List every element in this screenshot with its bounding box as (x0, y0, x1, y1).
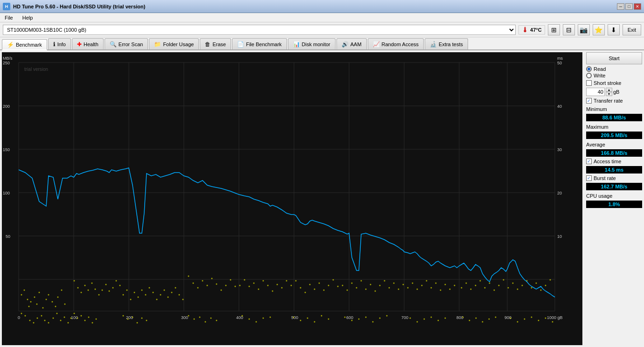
svg-point-192 (426, 280, 427, 282)
svg-point-133 (216, 320, 217, 321)
svg-point-204 (445, 318, 446, 319)
svg-point-113 (132, 317, 133, 318)
tab-disk-monitor[interactable]: 📊 Disk monitor (288, 38, 336, 49)
svg-point-224 (522, 285, 523, 286)
temperature-value: 47°C (530, 27, 542, 33)
svg-point-140 (267, 285, 269, 286)
svg-point-152 (300, 287, 301, 289)
write-radio[interactable] (586, 73, 592, 78)
svg-text:300: 300 (181, 315, 188, 320)
svg-point-163 (307, 318, 308, 319)
tab-erase-label: Erase (212, 42, 226, 47)
spinner-input[interactable] (586, 88, 605, 96)
burst-rate-checkbox[interactable]: ✓ (586, 175, 592, 181)
svg-text:150: 150 (3, 147, 10, 152)
maximum-label: Maximum (586, 124, 642, 130)
tab-file-benchmark[interactable]: 📄 File Benchmark (232, 38, 287, 49)
tab-erase[interactable]: 🗑 Erase (200, 38, 231, 49)
svg-point-145 (242, 315, 243, 317)
svg-point-178 (393, 283, 395, 284)
svg-point-211 (489, 283, 490, 284)
menu-help[interactable]: Help (21, 14, 35, 21)
short-stroke-item[interactable]: Short stroke (586, 80, 642, 86)
icon-btn-1[interactable]: ⊞ (548, 24, 560, 35)
read-radio[interactable] (586, 66, 592, 72)
svg-point-81 (102, 290, 103, 291)
tab-folder-usage[interactable]: 📁 Folder Usage (149, 38, 199, 49)
transfer-rate-checkbox[interactable]: ✓ (586, 98, 592, 104)
access-time-checkbox[interactable]: ✓ (586, 159, 592, 164)
read-radio-item[interactable]: Read (586, 66, 642, 72)
svg-point-93 (96, 319, 97, 320)
tab-health[interactable]: ✚ Health (72, 38, 104, 49)
tab-aam[interactable]: 🔊 AAM (336, 38, 367, 49)
close-button[interactable]: ✕ (634, 3, 641, 10)
transfer-rate-item[interactable]: ✓ Transfer rate (586, 98, 642, 104)
svg-point-138 (258, 289, 259, 290)
short-stroke-checkbox[interactable] (586, 80, 592, 86)
svg-point-181 (344, 317, 346, 318)
tab-extra-tests[interactable]: 🔬 Extra tests (425, 38, 468, 49)
svg-point-69 (60, 320, 62, 321)
svg-text:200: 200 (3, 104, 10, 109)
icon-btn-4[interactable]: ⭐ (593, 24, 605, 35)
svg-text:1000 gB: 1000 gB (547, 315, 563, 320)
window-controls[interactable]: ─ □ ✕ (617, 3, 641, 10)
svg-point-176 (384, 280, 385, 282)
tab-error-scan[interactable]: 🔍 Error Scan (105, 38, 148, 49)
svg-point-94 (123, 294, 124, 296)
svg-point-96 (130, 299, 132, 300)
svg-text:50: 50 (557, 61, 562, 65)
svg-point-55 (55, 306, 56, 307)
start-button[interactable]: Start (586, 52, 642, 64)
svg-point-63 (37, 318, 38, 319)
svg-point-231 (510, 318, 511, 319)
svg-text:trial version: trial version (24, 67, 48, 72)
svg-point-114 (137, 322, 138, 324)
svg-point-47 (28, 306, 30, 307)
svg-point-61 (29, 320, 31, 321)
svg-point-74 (77, 287, 79, 289)
svg-point-200 (417, 321, 418, 323)
spinner-down[interactable]: ▼ (606, 92, 612, 96)
icon-btn-2[interactable]: ⊟ (563, 24, 575, 35)
folder-icon: 📁 (154, 41, 161, 48)
minimum-value: 88.6 MB/s (586, 114, 642, 121)
tab-benchmark[interactable]: ⚡ Benchmark (2, 39, 47, 50)
tab-benchmark-label: Benchmark (16, 42, 42, 48)
svg-point-166 (328, 319, 329, 320)
write-radio-item[interactable]: Write (586, 73, 642, 78)
svg-point-184 (365, 317, 367, 318)
access-time-item[interactable]: ✓ Access time (586, 159, 642, 164)
svg-point-168 (347, 290, 348, 291)
transfer-rate-label: Transfer rate (594, 98, 623, 104)
svg-point-206 (466, 283, 467, 284)
svg-point-177 (389, 287, 390, 289)
svg-point-188 (407, 287, 409, 289)
minimize-button[interactable]: ─ (617, 3, 624, 10)
svg-point-156 (319, 283, 320, 284)
svg-text:10: 10 (557, 234, 562, 239)
burst-rate-item[interactable]: ✓ Burst rate (586, 175, 642, 181)
tab-random-access[interactable]: 📈 Random Access (368, 38, 424, 49)
menu-file[interactable]: File (3, 14, 15, 21)
svg-point-123 (216, 284, 217, 285)
info-icon: ℹ (53, 41, 56, 48)
svg-point-198 (454, 285, 455, 286)
maximize-button[interactable]: □ (625, 3, 633, 10)
exit-button[interactable]: Exit (623, 24, 641, 35)
device-select[interactable]: ST1000DM003-1SB10C (1000 gB) (3, 25, 516, 35)
tab-info[interactable]: ℹ Info (48, 38, 71, 49)
svg-point-82 (105, 284, 107, 285)
svg-point-199 (410, 318, 411, 319)
svg-point-49 (36, 304, 38, 305)
svg-point-154 (309, 284, 311, 285)
icon-btn-3[interactable]: 📷 (578, 24, 590, 35)
svg-point-46 (30, 301, 32, 303)
icon-btn-5[interactable]: ⬇ (608, 24, 620, 35)
svg-point-148 (263, 318, 264, 319)
svg-point-104 (160, 294, 161, 296)
spinner-up[interactable]: ▲ (606, 88, 612, 92)
svg-point-120 (202, 280, 203, 282)
write-label: Write (594, 73, 605, 78)
